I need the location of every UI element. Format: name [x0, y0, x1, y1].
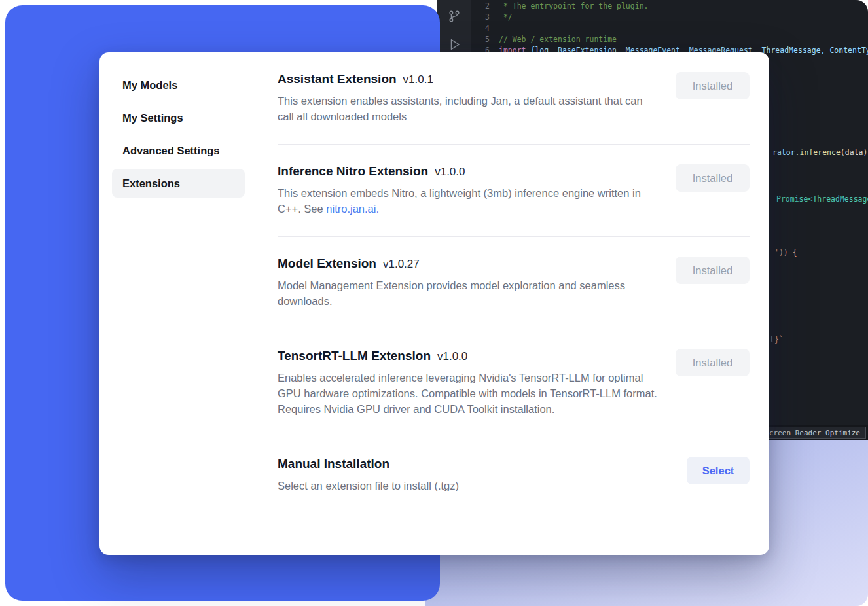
extension-title: TensortRT-LLM Extension [278, 349, 431, 363]
code-fragment: ')) { [774, 248, 797, 257]
code-text: (data)); [841, 148, 868, 157]
installed-button[interactable]: Installed [676, 72, 750, 99]
code-text: inference [800, 148, 841, 157]
line-number: 2 [471, 1, 490, 12]
sidebar-item-extensions[interactable]: Extensions [112, 169, 245, 198]
screen-reader-notice[interactable]: Screen Reader Optimize [759, 427, 866, 439]
settings-modal: My Models My Settings Advanced Settings … [99, 52, 769, 555]
extension-entry-assistant: Assistant Extension v1.0.1 This extensio… [278, 52, 750, 145]
editor-code-area: 2 * The entrypoint for the plugin. 3 */ … [471, 1, 868, 56]
extension-title-row: Inference Nitro Extension v1.0.0 [278, 164, 660, 179]
extensions-panel: Assistant Extension v1.0.1 This extensio… [255, 52, 769, 555]
extension-info: Inference Nitro Extension v1.0.0 This ex… [278, 164, 660, 217]
code-comment: * The entrypoint for the plugin. [499, 1, 648, 12]
extension-description: Model Management Extension provides mode… [278, 277, 660, 309]
extension-version: v1.0.0 [437, 350, 467, 363]
manual-installation-entry: Manual Installation Select an extension … [278, 437, 750, 513]
extension-entry-tensorrt-llm: TensortRT-LLM Extension v1.0.0 Enables a… [278, 329, 750, 437]
extension-description: This extension embeds Nitro, a lightweig… [278, 185, 660, 217]
code-line: 2 * The entrypoint for the plugin. [471, 1, 868, 12]
code-fragment: t}` [770, 335, 784, 344]
extension-version: v1.0.27 [383, 258, 420, 271]
installed-button[interactable]: Installed [676, 349, 750, 376]
extension-description: Select an extension file to install (.tg… [278, 478, 459, 493]
settings-sidebar: My Models My Settings Advanced Settings … [99, 52, 255, 555]
extension-title: Inference Nitro Extension [278, 164, 428, 179]
line-number: 4 [471, 23, 490, 34]
extension-info: Assistant Extension v1.0.1 This extensio… [278, 72, 660, 124]
source-control-icon[interactable] [447, 9, 461, 26]
extension-entry-inference-nitro: Inference Nitro Extension v1.0.0 This ex… [278, 145, 750, 237]
extension-title: Manual Installation [278, 457, 389, 471]
screen: 2 * The entrypoint for the plugin. 3 */ … [0, 0, 868, 606]
code-line: 3 */ [471, 12, 868, 23]
code-fragment: rator.inference(data)); [772, 148, 868, 157]
extension-title-row: Model Extension v1.0.27 [278, 257, 660, 271]
sidebar-item-my-models[interactable]: My Models [112, 71, 245, 99]
sidebar-item-label: My Models [122, 79, 177, 92]
code-comment: // Web / extension runtime [499, 34, 617, 45]
extension-entry-model: Model Extension v1.0.27 Model Management… [278, 237, 750, 329]
extension-info: Manual Installation Select an extension … [278, 457, 459, 493]
sidebar-item-my-settings[interactable]: My Settings [112, 103, 245, 132]
nitro-jan-ai-link[interactable]: nitro.jan.ai. [326, 203, 379, 215]
extension-title: Assistant Extension [278, 72, 397, 86]
extension-info: TensortRT-LLM Extension v1.0.0 Enables a… [278, 349, 660, 417]
sidebar-item-label: Advanced Settings [122, 145, 220, 157]
extension-title-row: Manual Installation [278, 457, 459, 471]
code-line: 5// Web / extension runtime [471, 34, 868, 45]
sidebar-item-advanced-settings[interactable]: Advanced Settings [112, 136, 245, 165]
extension-title-row: Assistant Extension v1.0.1 [278, 72, 660, 86]
line-number: 5 [471, 34, 490, 45]
code-comment: */ [499, 12, 513, 23]
code-line: 4 [471, 23, 868, 34]
extension-title: Model Extension [278, 257, 376, 271]
select-file-button[interactable]: Select [687, 457, 750, 484]
extension-description: Enables accelerated inference leveraging… [278, 370, 660, 417]
line-number: 3 [471, 12, 490, 23]
extension-description: This extension enables assistants, inclu… [278, 93, 660, 124]
code-fragment: Promise<ThreadMessage> [776, 194, 868, 204]
extension-version: v1.0.0 [435, 166, 465, 179]
code-text: rator. [772, 148, 800, 157]
extension-version: v1.0.1 [403, 73, 433, 86]
run-debug-icon[interactable] [447, 37, 461, 54]
extension-title-row: TensortRT-LLM Extension v1.0.0 [278, 349, 660, 363]
sidebar-item-label: Extensions [122, 177, 180, 190]
sidebar-item-label: My Settings [122, 112, 183, 124]
extension-info: Model Extension v1.0.27 Model Management… [278, 257, 660, 309]
installed-button[interactable]: Installed [676, 257, 750, 284]
installed-button[interactable]: Installed [676, 164, 750, 192]
